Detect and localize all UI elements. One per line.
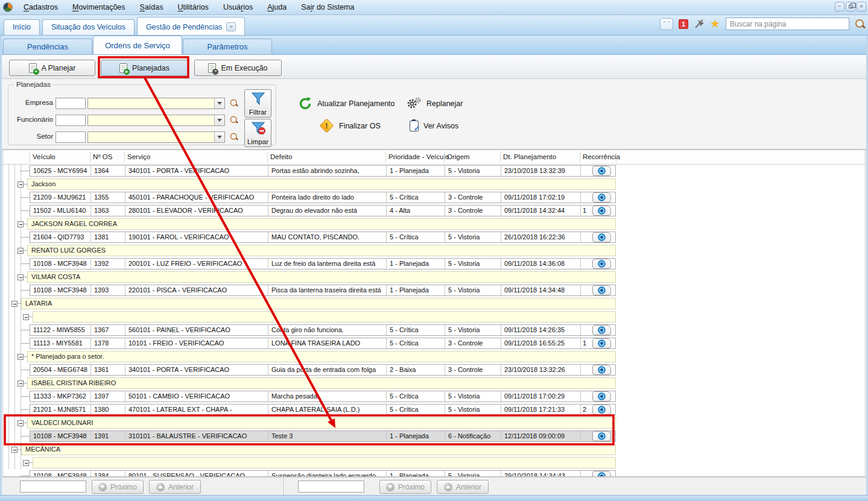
view-recurrence-button[interactable] <box>592 405 611 415</box>
subtab-parametros[interactable]: Parâmetros <box>183 39 272 54</box>
proximo-button-1[interactable]: Próximo <box>92 480 144 494</box>
page-search-input[interactable] <box>726 17 849 30</box>
close-button[interactable]: × <box>857 2 866 11</box>
collapse-expander-icon[interactable] <box>17 248 24 254</box>
dropdown-arrow-icon[interactable] <box>214 98 224 109</box>
close-tab-icon[interactable]: × <box>226 22 236 31</box>
collapse-expander-icon[interactable] <box>23 314 29 320</box>
dropdown-arrow-icon[interactable] <box>214 132 224 142</box>
group-row[interactable] <box>33 457 616 468</box>
finalizar-os-button[interactable]: ! Finalizar OS <box>322 121 381 131</box>
order-row[interactable]: 21604 - QID77931381190101 - FAROL - VERI… <box>30 232 616 243</box>
menu-item-utilitarios[interactable]: Utilitários <box>171 1 214 13</box>
column-header-recorrencia[interactable]: Recorrência <box>583 153 620 160</box>
column-header-n-os[interactable]: Nº OS <box>93 153 112 160</box>
order-row[interactable]: 20504 - MEG67481361340101 - PORTA - VERI… <box>30 364 616 376</box>
menu-item-movimentacoes[interactable]: Movimentações <box>66 1 131 13</box>
row-search-input-1[interactable] <box>20 481 86 493</box>
order-row[interactable]: 10108 - MCF39481393220101 - PISCA - VERI… <box>30 285 616 296</box>
view-recurrence-button[interactable] <box>592 325 611 335</box>
em-execucao-button[interactable]: *Em Execução <box>194 60 282 76</box>
minimize-button[interactable]: − <box>835 2 844 11</box>
view-recurrence-button[interactable] <box>592 391 611 402</box>
atualizar-planejamento-button[interactable]: Atualizar Planejamento <box>298 96 395 111</box>
order-row[interactable]: 10108 - MCF39481392200101 - LUZ FREIO - … <box>30 258 616 269</box>
order-row[interactable]: 21209 - MJU96211355450101 - PARACHOQUE -… <box>30 192 616 203</box>
collapse-expander-icon[interactable] <box>17 221 24 227</box>
funcionario-code-input[interactable] <box>55 115 86 126</box>
group-row[interactable]: LATARIA <box>21 298 616 309</box>
collapse-expander-icon[interactable] <box>17 354 24 360</box>
view-recurrence-button[interactable] <box>592 471 611 477</box>
search-icon[interactable] <box>855 19 866 30</box>
view-recurrence-button[interactable] <box>592 206 611 216</box>
view-recurrence-button[interactable] <box>592 232 611 242</box>
collapse-expander-icon[interactable] <box>17 420 24 426</box>
empresa-code-input[interactable] <box>55 98 86 109</box>
dropdown-arrow-icon[interactable] <box>214 115 224 125</box>
collapse-expander-icon[interactable] <box>17 380 24 386</box>
group-row[interactable]: * Planejado para o setor. <box>27 351 616 362</box>
setor-search-icon[interactable] <box>230 133 238 141</box>
group-row[interactable]: JACKSON RAGEL CORREA <box>27 218 616 230</box>
notifications-muted-icon[interactable] <box>694 19 705 30</box>
favorite-star-icon[interactable]: ★ <box>710 19 720 30</box>
menu-item-usuarios[interactable]: Usuários <box>217 1 259 13</box>
menu-item-saidas[interactable]: Saídas <box>134 1 169 13</box>
order-row[interactable]: 11502 - MLU61401363280101 - ELEVADOR - V… <box>30 205 616 216</box>
group-row[interactable]: VALDECI MOLINARI <box>27 417 616 429</box>
group-row[interactable] <box>33 311 616 323</box>
filtrar-button[interactable]: Filtrar <box>244 89 271 118</box>
collapse-expander-icon[interactable] <box>11 447 17 453</box>
setor-combo[interactable] <box>87 131 225 143</box>
view-recurrence-button[interactable] <box>592 166 611 176</box>
column-header-veiculo[interactable]: Veículo <box>33 153 55 160</box>
column-header-servico[interactable]: Serviço <box>127 153 150 160</box>
order-row[interactable]: 11113 - MIY5581137810101 - FREIO - VERIF… <box>30 338 616 349</box>
view-recurrence-button[interactable] <box>592 365 611 375</box>
group-row[interactable]: MECÂNICA <box>21 444 616 455</box>
funcionario-combo[interactable] <box>87 115 225 126</box>
column-header-dt-planejamento[interactable]: Dt. Planejamento <box>503 153 556 160</box>
menu-item-sair-do-sistema[interactable]: Sair do Sistema <box>295 1 360 13</box>
proximo-button-2[interactable]: Próximo <box>379 480 431 494</box>
group-row[interactable]: Jackson <box>27 178 616 190</box>
notification-badge[interactable]: 1 <box>679 19 688 29</box>
subtab-ordens-de-servico[interactable]: Ordens de Serviço <box>93 36 182 54</box>
view-recurrence-button[interactable] <box>592 285 611 295</box>
order-row[interactable]: 10625 - MCY69941364340101 - PORTA - VERI… <box>30 165 616 177</box>
view-recurrence-button[interactable] <box>592 431 611 441</box>
collapse-expander-icon[interactable] <box>11 301 17 307</box>
restore-button[interactable] <box>846 2 855 11</box>
empresa-search-icon[interactable] <box>230 99 238 107</box>
chevron-down-icon[interactable]: ⌃⌃ <box>660 18 673 30</box>
order-row[interactable]: 11122 - MIW58551367560101 - PAINEL - VER… <box>30 324 616 336</box>
empresa-combo[interactable] <box>87 98 225 109</box>
group-row[interactable]: RENATO LUIZ GORGES <box>27 245 616 256</box>
collapse-expander-icon[interactable] <box>23 460 29 466</box>
tab-gestao-de-pendencias[interactable]: Gestão de Pendências× <box>137 17 245 35</box>
planejadas-button[interactable]: ▸Planejadas <box>101 60 188 76</box>
view-recurrence-button[interactable] <box>592 192 611 203</box>
a-planejar-button[interactable]: +A Planejar <box>9 60 95 76</box>
row-search-input-2[interactable] <box>298 481 364 493</box>
order-row[interactable]: 10108 - MCF3948138480101 - SUSPENSAO - V… <box>30 470 616 477</box>
setor-code-input[interactable] <box>55 131 86 143</box>
anterior-button-1[interactable]: Anterior <box>149 480 201 494</box>
subtab-pendencias[interactable]: Pendências <box>3 39 92 54</box>
view-recurrence-button[interactable] <box>592 259 611 269</box>
column-header-origem[interactable]: Origem <box>447 153 470 160</box>
ver-avisos-button[interactable]: ✓ Ver Avisos <box>410 121 458 131</box>
order-row[interactable]: 11333 - MKP7362139750101 - CAMBIO - VERI… <box>30 391 616 402</box>
view-recurrence-button[interactable] <box>592 338 611 348</box>
anterior-button-2[interactable]: Anterior <box>437 480 489 494</box>
replanejar-button[interactable]: Replanejar <box>406 96 463 111</box>
tab-situacao-dos-veiculos[interactable]: Situação dos Veículos <box>42 19 135 35</box>
group-row[interactable]: VILMAR COSTA <box>27 271 616 283</box>
collapse-expander-icon[interactable] <box>17 274 24 280</box>
tab-inicio[interactable]: Início <box>4 19 40 35</box>
menu-item-ajuda[interactable]: Ajuda <box>261 1 293 13</box>
column-header-defeito[interactable]: Defeito <box>270 153 292 160</box>
limpar-button[interactable]: Limpar <box>244 119 271 147</box>
menu-item-cadastros[interactable]: Cadastros <box>17 1 64 13</box>
